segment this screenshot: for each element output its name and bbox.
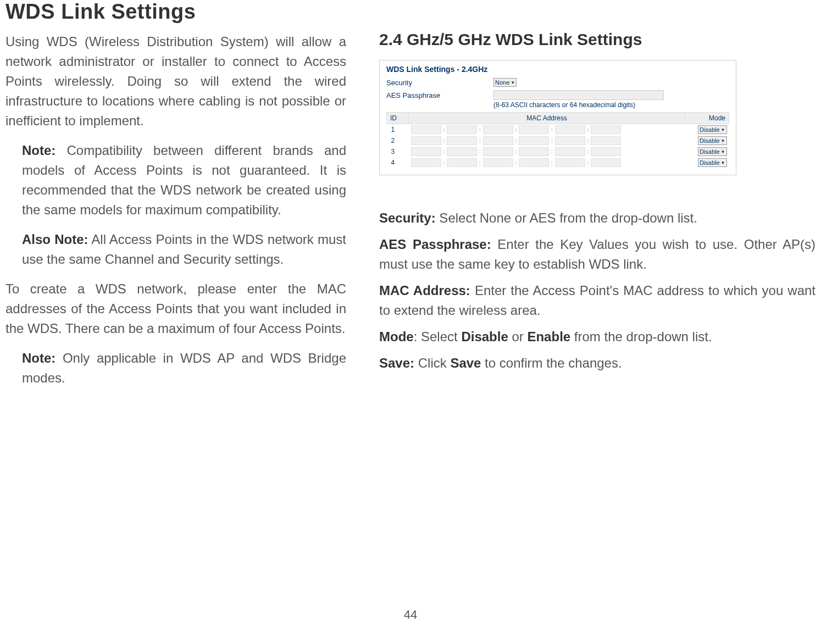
table-row: 2:::::Disable▼ bbox=[387, 135, 729, 146]
mac-octet-input[interactable] bbox=[591, 125, 621, 134]
passphrase-row: AES Passphrase bbox=[386, 90, 729, 100]
note-text: Only applicable in WDS AP and WDS Bridge… bbox=[22, 351, 346, 385]
note-label: Also Note: bbox=[22, 232, 88, 247]
octet-separator: : bbox=[587, 127, 589, 132]
octet-separator: : bbox=[551, 160, 553, 165]
mac-octet-input[interactable] bbox=[411, 158, 441, 167]
octet-separator: : bbox=[443, 127, 445, 132]
row-id: 1 bbox=[387, 124, 409, 136]
table-row: 1:::::Disable▼ bbox=[387, 124, 729, 136]
intro-paragraph: Using WDS (Wireless Distribution System)… bbox=[5, 32, 346, 131]
mac-octet-input[interactable] bbox=[447, 147, 477, 156]
table-header-id: ID bbox=[387, 113, 409, 124]
octet-separator: : bbox=[587, 138, 589, 143]
mac-octet-input[interactable] bbox=[447, 125, 477, 134]
def-text: Select None or AES from the drop-down li… bbox=[436, 210, 697, 225]
page-number: 44 bbox=[404, 608, 417, 622]
def-text: to confirm the changes. bbox=[481, 356, 622, 370]
note-text: Compatibility between different brands a… bbox=[22, 143, 346, 217]
note-compatibility: Note: Compatibility between different br… bbox=[5, 141, 346, 220]
octet-separator: : bbox=[479, 127, 481, 132]
security-row: Security None ▼ bbox=[386, 78, 729, 87]
octet-separator: : bbox=[551, 149, 553, 154]
chevron-down-icon: ▼ bbox=[511, 80, 515, 85]
save-bold: Save bbox=[450, 356, 481, 370]
octet-separator: : bbox=[515, 160, 517, 165]
def-label: Save: bbox=[379, 356, 414, 370]
row-id: 2 bbox=[387, 135, 409, 146]
passphrase-hint: (8-63 ASCII characters or 64 hexadecimal… bbox=[493, 101, 635, 109]
mac-octet-input[interactable] bbox=[591, 158, 621, 167]
mode-cell: Disable▼ bbox=[685, 135, 729, 146]
mac-octet-input[interactable] bbox=[555, 125, 585, 134]
mode-select[interactable]: Disable▼ bbox=[698, 158, 727, 167]
mode-select[interactable]: Disable▼ bbox=[698, 125, 727, 134]
mac-octet-input[interactable] bbox=[483, 125, 513, 134]
chevron-down-icon: ▼ bbox=[721, 160, 725, 165]
octet-separator: : bbox=[479, 138, 481, 143]
security-select[interactable]: None ▼ bbox=[493, 78, 517, 87]
mac-octet-input[interactable] bbox=[519, 147, 549, 156]
octet-separator: : bbox=[479, 160, 481, 165]
mac-address-cell: ::::: bbox=[409, 146, 685, 157]
mac-octet-input[interactable] bbox=[591, 147, 621, 156]
octet-separator: : bbox=[443, 138, 445, 143]
def-text: : Select bbox=[414, 329, 462, 344]
octet-separator: : bbox=[443, 149, 445, 154]
mac-octet-input[interactable] bbox=[447, 158, 477, 167]
table-row: 3:::::Disable▼ bbox=[387, 146, 729, 157]
chevron-down-icon: ▼ bbox=[721, 127, 725, 132]
table-header-mode: Mode bbox=[685, 113, 729, 124]
create-wds-paragraph: To create a WDS network, please enter th… bbox=[5, 279, 346, 338]
def-security: Security: Select None or AES from the dr… bbox=[379, 208, 816, 228]
octet-separator: : bbox=[515, 138, 517, 143]
chevron-down-icon: ▼ bbox=[721, 149, 725, 154]
security-value: None bbox=[495, 79, 509, 86]
octet-separator: : bbox=[443, 160, 445, 165]
mac-octet-input[interactable] bbox=[483, 136, 513, 145]
def-label: Security: bbox=[379, 210, 436, 225]
def-mac-address: MAC Address: Enter the Access Point's MA… bbox=[379, 281, 816, 320]
table-row: 4:::::Disable▼ bbox=[387, 157, 729, 168]
mode-value: Disable bbox=[700, 148, 720, 155]
mode-select[interactable]: Disable▼ bbox=[698, 147, 727, 156]
mode-select[interactable]: Disable▼ bbox=[698, 136, 727, 145]
mac-octet-input[interactable] bbox=[411, 125, 441, 134]
mac-octet-input[interactable] bbox=[411, 136, 441, 145]
row-id: 3 bbox=[387, 146, 409, 157]
octet-separator: : bbox=[587, 149, 589, 154]
mac-octet-input[interactable] bbox=[519, 125, 549, 134]
section-heading: 2.4 GHz/5 GHz WDS Link Settings bbox=[379, 30, 816, 49]
mac-octet-input[interactable] bbox=[483, 147, 513, 156]
def-label: AES Passphrase: bbox=[379, 237, 491, 252]
aes-passphrase-input[interactable] bbox=[493, 90, 664, 100]
def-aes-passphrase: AES Passphrase: Enter the Key Values you… bbox=[379, 235, 816, 274]
mac-octet-input[interactable] bbox=[555, 158, 585, 167]
table-header-mac: MAC Address bbox=[409, 113, 685, 124]
mac-address-cell: ::::: bbox=[409, 135, 685, 146]
def-save: Save: Click Save to confirm the changes. bbox=[379, 353, 816, 373]
mac-octet-input[interactable] bbox=[555, 147, 585, 156]
mac-octet-input[interactable] bbox=[591, 136, 621, 145]
octet-separator: : bbox=[551, 127, 553, 132]
mode-disable: Disable bbox=[461, 329, 508, 344]
chevron-down-icon: ▼ bbox=[721, 138, 725, 143]
mac-octet-input[interactable] bbox=[519, 158, 549, 167]
mac-octet-input[interactable] bbox=[519, 136, 549, 145]
mac-octet-input[interactable] bbox=[555, 136, 585, 145]
def-label: Mode bbox=[379, 329, 414, 344]
security-label: Security bbox=[386, 79, 493, 87]
note-label: Note: bbox=[22, 351, 56, 365]
def-text: Click bbox=[414, 356, 450, 370]
octet-separator: : bbox=[551, 138, 553, 143]
mac-octet-input[interactable] bbox=[411, 147, 441, 156]
note-label: Note: bbox=[22, 143, 56, 158]
mode-value: Disable bbox=[700, 126, 720, 133]
octet-separator: : bbox=[479, 149, 481, 154]
mac-address-cell: ::::: bbox=[409, 157, 685, 168]
wds-settings-panel: WDS Link Settings - 2.4GHz Security None… bbox=[379, 60, 736, 175]
mac-octet-input[interactable] bbox=[483, 158, 513, 167]
passphrase-label: AES Passphrase bbox=[386, 91, 493, 99]
mac-octet-input[interactable] bbox=[447, 136, 477, 145]
octet-separator: : bbox=[515, 149, 517, 154]
